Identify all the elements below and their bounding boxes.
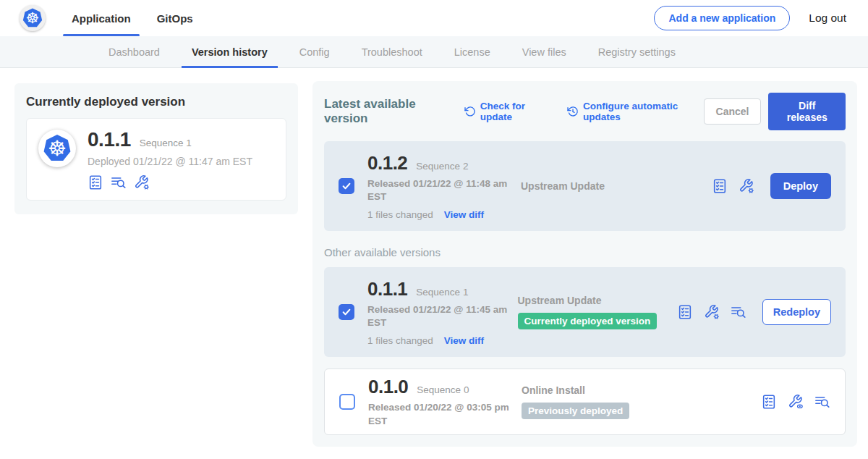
version-number: 0.1.1 bbox=[367, 278, 407, 300]
view-config-icon[interactable] bbox=[788, 394, 804, 410]
release-notes-icon[interactable] bbox=[712, 178, 728, 194]
version-history-panel: Latest available version Check for updat… bbox=[312, 81, 857, 447]
released-timestamp: Released 01/21/22 @ 11:45 am EST bbox=[367, 303, 512, 329]
version-source-label: Upstream Update bbox=[518, 295, 602, 306]
view-diff-link[interactable]: View diff bbox=[444, 209, 484, 220]
files-changed-label: 1 files changed bbox=[367, 209, 433, 220]
released-timestamp: Released 01/20/22 @ 03:05 pm EST bbox=[368, 401, 513, 427]
sequence-label: Sequence 1 bbox=[416, 287, 468, 298]
deploy-logs-icon[interactable] bbox=[111, 174, 127, 190]
other-available-versions-label: Other available versions bbox=[324, 246, 846, 258]
release-notes-icon[interactable] bbox=[88, 174, 103, 190]
released-timestamp: Released 01/21/22 @ 11:48 am EST bbox=[367, 177, 512, 203]
kubernetes-icon: ☸ bbox=[42, 133, 72, 164]
sequence-label: Sequence 2 bbox=[416, 161, 468, 172]
edit-config-icon[interactable] bbox=[704, 304, 720, 320]
version-number: 0.1.2 bbox=[367, 152, 407, 174]
version-source-label: Online Install bbox=[522, 384, 585, 396]
release-notes-icon[interactable] bbox=[761, 394, 777, 410]
deploy-logs-icon[interactable] bbox=[814, 394, 830, 410]
tab-gitops[interactable]: GitOps bbox=[157, 0, 193, 36]
deployed-sequence-label: Sequence 1 bbox=[140, 138, 192, 148]
tab-license[interactable]: License bbox=[438, 36, 506, 67]
previously-deployed-badge: Previously deployed bbox=[522, 403, 629, 419]
check-icon bbox=[341, 307, 352, 317]
deployed-version-number: 0.1.1 bbox=[88, 128, 131, 151]
currently-deployed-panel: Currently deployed version ☸ 0.1.1 Seque… bbox=[14, 83, 298, 214]
release-notes-icon[interactable] bbox=[677, 304, 693, 320]
kubernetes-icon: ☸ bbox=[22, 7, 43, 29]
check-icon bbox=[341, 181, 352, 191]
version-row-0-1-2: 0.1.2 Sequence 2 Released 01/21/22 @ 11:… bbox=[324, 141, 846, 231]
kubernetes-logo: ☸ bbox=[20, 5, 46, 31]
deploy-logs-icon[interactable] bbox=[731, 304, 746, 320]
add-new-application-button[interactable]: Add a new application bbox=[654, 6, 790, 30]
currently-deployed-badge: Currently deployed version bbox=[518, 313, 658, 329]
refresh-icon bbox=[464, 105, 476, 118]
version-source-label: Upstream Update bbox=[521, 180, 605, 192]
tab-view-files[interactable]: View files bbox=[506, 36, 582, 67]
configure-automatic-updates-label: Configure automatic updates bbox=[583, 101, 704, 122]
version-checkbox[interactable] bbox=[339, 394, 355, 410]
logout-button[interactable]: Log out bbox=[809, 12, 846, 25]
deployed-timestamp: Deployed 01/21/22 @ 11:47 am EST bbox=[88, 156, 252, 167]
version-row-0-1-1: 0.1.1 Sequence 1 Released 01/21/22 @ 11:… bbox=[324, 267, 846, 357]
edit-config-icon[interactable] bbox=[134, 174, 150, 190]
view-diff-link[interactable]: View diff bbox=[444, 335, 484, 346]
check-for-update-label: Check for update bbox=[480, 101, 551, 122]
version-checkbox[interactable] bbox=[339, 178, 354, 194]
cancel-button[interactable]: Cancel bbox=[704, 98, 762, 125]
tab-application[interactable]: Application bbox=[72, 0, 131, 36]
check-for-update-link[interactable]: Check for update bbox=[464, 101, 551, 122]
tab-version-history[interactable]: Version history bbox=[176, 36, 284, 67]
app-logo: ☸ bbox=[38, 130, 76, 167]
top-nav: ☸ Application GitOps Add a new applicati… bbox=[0, 0, 868, 36]
tab-config[interactable]: Config bbox=[284, 36, 346, 67]
tab-registry-settings[interactable]: Registry settings bbox=[582, 36, 692, 67]
latest-available-title: Latest available version bbox=[324, 97, 448, 126]
version-number: 0.1.0 bbox=[368, 376, 408, 398]
app-sub-nav: Dashboard Version history Config Trouble… bbox=[0, 36, 868, 68]
deploy-button[interactable]: Deploy bbox=[770, 173, 831, 199]
currently-deployed-title: Currently deployed version bbox=[26, 95, 286, 109]
edit-config-icon[interactable] bbox=[739, 178, 754, 194]
version-row-0-1-0: 0.1.0 Sequence 0 Released 01/20/22 @ 03:… bbox=[324, 369, 846, 435]
schedule-refresh-icon bbox=[567, 105, 579, 118]
sequence-label: Sequence 0 bbox=[417, 384, 469, 395]
files-changed-label: 1 files changed bbox=[367, 335, 433, 346]
version-checkbox[interactable] bbox=[339, 304, 354, 320]
tab-dashboard[interactable]: Dashboard bbox=[93, 36, 176, 67]
tab-troubleshoot[interactable]: Troubleshoot bbox=[346, 36, 438, 67]
diff-releases-button[interactable]: Diff releases bbox=[768, 93, 846, 130]
configure-automatic-updates-link[interactable]: Configure automatic updates bbox=[567, 101, 704, 122]
redeploy-button[interactable]: Redeploy bbox=[762, 299, 831, 325]
deployed-version-card: ☸ 0.1.1 Sequence 1 Deployed 01/21/22 @ 1… bbox=[26, 118, 286, 201]
